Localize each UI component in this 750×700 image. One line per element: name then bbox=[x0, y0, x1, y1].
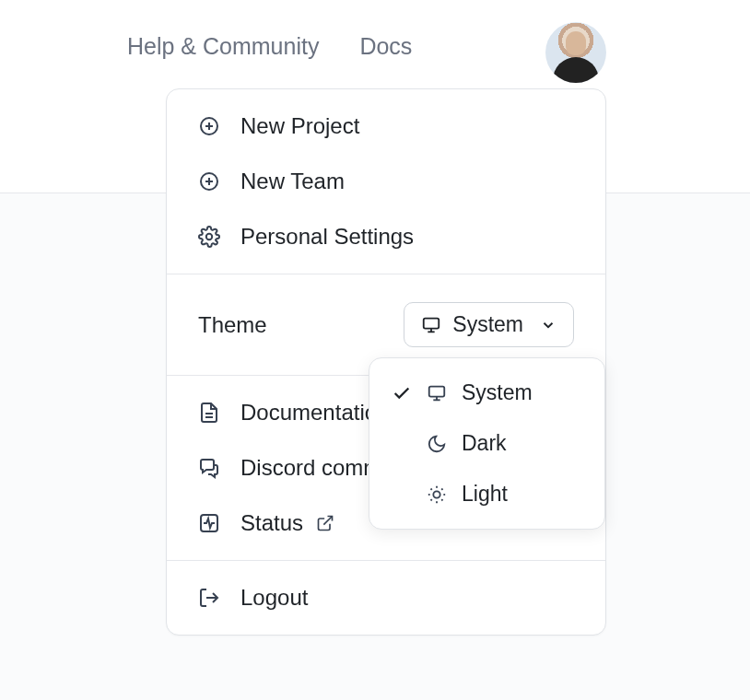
avatar[interactable] bbox=[545, 22, 606, 83]
check-slot-empty bbox=[392, 484, 412, 505]
svg-line-28 bbox=[441, 488, 442, 489]
theme-selected-value: System bbox=[452, 312, 523, 337]
theme-row: Theme System bbox=[167, 284, 605, 366]
activity-icon bbox=[198, 512, 220, 534]
plus-circle-icon bbox=[198, 170, 220, 192]
theme-popover: System Dark Light bbox=[369, 357, 605, 530]
theme-select[interactable]: System bbox=[404, 302, 574, 347]
svg-line-24 bbox=[441, 499, 442, 500]
theme-option-system[interactable]: System bbox=[369, 368, 604, 418]
svg-rect-7 bbox=[424, 318, 439, 328]
menu-new-team[interactable]: New Team bbox=[167, 154, 605, 209]
theme-option-dark[interactable]: Dark bbox=[369, 418, 604, 469]
menu-label: Logout bbox=[240, 585, 308, 611]
menu-new-project[interactable]: New Project bbox=[167, 99, 605, 154]
chat-icon bbox=[198, 457, 220, 479]
monitor-icon bbox=[427, 383, 447, 403]
menu-label: New Team bbox=[240, 169, 345, 194]
check-slot-empty bbox=[392, 434, 412, 454]
gear-icon bbox=[198, 226, 220, 248]
external-link-icon bbox=[316, 514, 334, 532]
monitor-icon bbox=[421, 315, 441, 335]
moon-icon bbox=[427, 434, 447, 454]
nav-links: Help & Community Docs bbox=[127, 33, 412, 60]
theme-option-label: Light bbox=[462, 482, 508, 507]
logout-icon bbox=[198, 587, 220, 609]
dropdown-section-create: New Project New Team Personal Settings bbox=[167, 89, 605, 274]
svg-line-15 bbox=[323, 517, 332, 525]
nav-help-community[interactable]: Help & Community bbox=[127, 33, 319, 60]
chevron-down-icon bbox=[540, 317, 557, 333]
nav-docs[interactable]: Docs bbox=[359, 33, 412, 60]
menu-personal-settings[interactable]: Personal Settings bbox=[167, 209, 605, 264]
theme-label: Theme bbox=[198, 312, 267, 338]
menu-label: Documentation bbox=[240, 400, 389, 426]
svg-point-6 bbox=[206, 234, 212, 239]
check-icon bbox=[392, 383, 412, 403]
theme-option-label: Dark bbox=[462, 431, 507, 456]
dropdown-section-logout: Logout bbox=[167, 560, 605, 635]
menu-label: Personal Settings bbox=[240, 224, 414, 250]
menu-label: New Project bbox=[240, 113, 359, 139]
menu-logout[interactable]: Logout bbox=[167, 570, 605, 625]
file-text-icon bbox=[198, 402, 220, 424]
svg-rect-17 bbox=[429, 386, 445, 396]
theme-option-light[interactable]: Light bbox=[369, 469, 604, 519]
svg-point-20 bbox=[433, 491, 439, 497]
svg-line-27 bbox=[430, 499, 431, 500]
svg-line-23 bbox=[430, 488, 431, 489]
menu-label: Status bbox=[240, 510, 303, 536]
sun-icon bbox=[427, 484, 447, 505]
plus-circle-icon bbox=[198, 115, 220, 137]
theme-option-label: System bbox=[462, 380, 533, 405]
